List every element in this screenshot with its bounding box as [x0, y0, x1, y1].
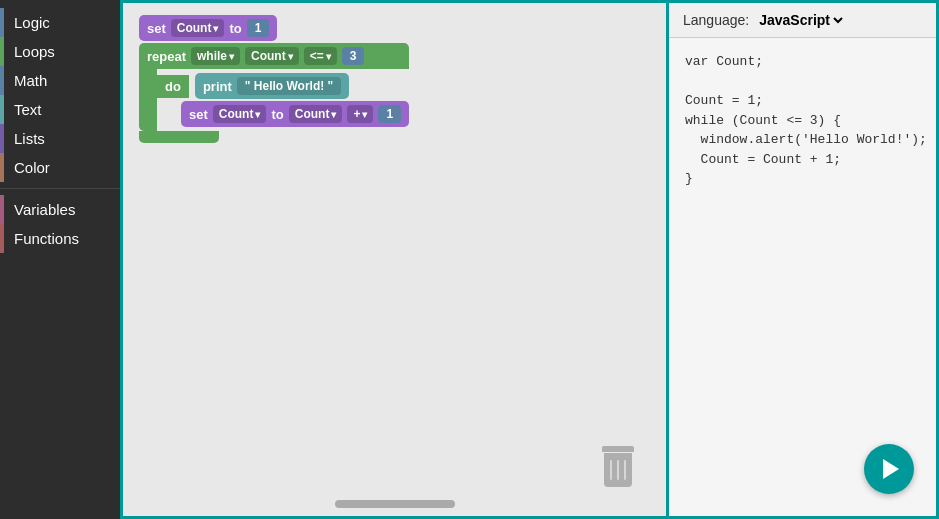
run-button[interactable] [864, 444, 914, 494]
loop-bottom [139, 131, 219, 143]
repeat-label: repeat [147, 49, 186, 64]
lte-operator[interactable]: <= [304, 47, 337, 65]
while-dropdown[interactable]: while [191, 47, 240, 65]
set-label: set [147, 21, 166, 36]
set-count-block[interactable]: set Count to 1 [139, 15, 409, 41]
sidebar-item-functions[interactable]: Functions [0, 224, 120, 253]
sidebar-item-variables[interactable]: Variables [0, 195, 120, 224]
sidebar-item-loops[interactable]: Loops [0, 37, 120, 66]
count-dropdown-3[interactable]: Count [213, 105, 267, 123]
set-label-2: set [189, 107, 208, 122]
blocks-area: set Count to 1 repeat while Count <= 3 [139, 15, 409, 143]
sidebar-item-logic[interactable]: Logic [0, 8, 120, 37]
do-row: do print " Hello World! " [157, 73, 409, 99]
language-label: Language: [683, 12, 749, 28]
loop-content: do print " Hello World! " set [157, 69, 409, 131]
code-header: Language: JavaScript Python [669, 3, 936, 38]
repeat-while-header[interactable]: repeat while Count <= 3 [139, 43, 409, 69]
count-dropdown-2[interactable]: Count [245, 47, 299, 65]
canvas-scrollbar[interactable] [335, 500, 455, 508]
loop-body: do print " Hello World! " set [139, 69, 409, 131]
count-dropdown-4[interactable]: Count [289, 105, 343, 123]
sidebar-item-math[interactable]: Math [0, 66, 120, 95]
trash-icon[interactable] [600, 446, 636, 488]
sidebar-divider [0, 188, 120, 189]
print-block[interactable]: print " Hello World! " [195, 73, 349, 99]
value-3: 3 [342, 47, 365, 65]
sidebar-item-lists[interactable]: Lists [0, 124, 120, 153]
value-1: 1 [247, 19, 270, 37]
hello-world-string: " Hello World! " [237, 77, 342, 95]
trash-lid [602, 446, 634, 452]
plus-operator[interactable]: + [347, 105, 373, 123]
blocks-canvas[interactable]: set Count to 1 repeat while Count <= 3 [120, 0, 669, 519]
main-area: set Count to 1 repeat while Count <= 3 [120, 0, 939, 519]
trash-line-2 [617, 460, 619, 480]
loop-block[interactable]: repeat while Count <= 3 do [139, 43, 409, 143]
trash-line-1 [610, 460, 612, 480]
count-dropdown-1[interactable]: Count [171, 19, 225, 37]
trash-body [604, 453, 632, 487]
trash-line-3 [624, 460, 626, 480]
value-1b: 1 [378, 105, 401, 123]
sidebar-item-text[interactable]: Text [0, 95, 120, 124]
blocks-stack: set Count to 1 repeat while Count <= 3 [139, 15, 409, 143]
do-label: do [157, 75, 189, 98]
print-label: print [203, 79, 232, 94]
code-panel: Language: JavaScript Python var Count; C… [669, 0, 939, 519]
set-count-inner-block[interactable]: set Count to Count + 1 [181, 101, 409, 127]
loop-left-bar [139, 69, 157, 131]
sidebar-item-color[interactable]: Color [0, 153, 120, 182]
to-label-2: to [271, 107, 283, 122]
to-label-1: to [229, 21, 241, 36]
sidebar: Logic Loops Math Text Lists Color Variab… [0, 0, 120, 519]
language-select[interactable]: JavaScript Python [755, 11, 846, 29]
